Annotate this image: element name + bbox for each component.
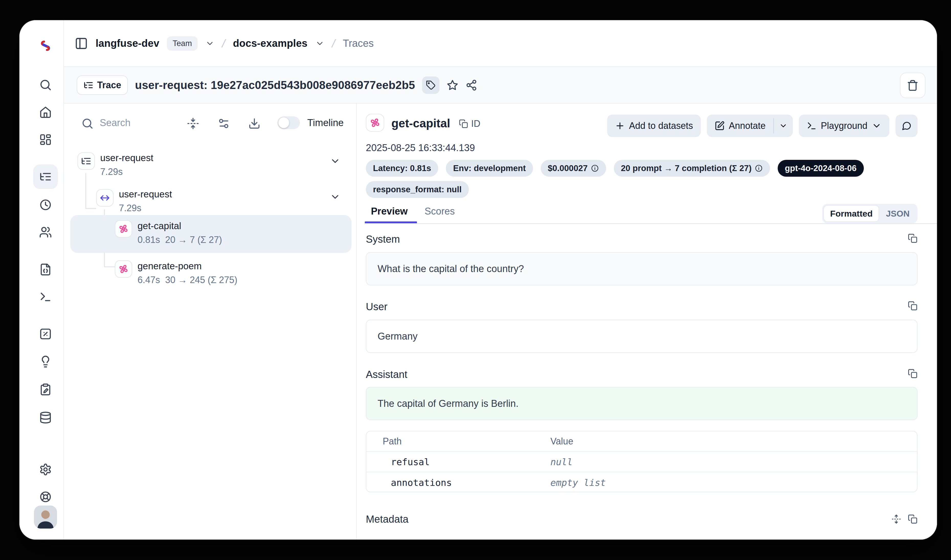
- generation-icon: [118, 223, 129, 234]
- tracing-icon[interactable]: [39, 170, 52, 183]
- evaluation-percent-icon[interactable]: [39, 328, 52, 340]
- settings-gear-icon[interactable]: [39, 463, 52, 476]
- home-icon[interactable]: [39, 106, 52, 118]
- value-cell: empty list: [550, 477, 606, 488]
- metrics-badges-row: Latency: 0.81s Env: development $0.00002…: [366, 160, 864, 177]
- generation-node-icon-badge[interactable]: [115, 260, 132, 278]
- assistant-message-text: The capital of Germany is Berlin.: [378, 398, 519, 409]
- add-to-datasets-label: Add to datasets: [629, 120, 693, 131]
- tokens-badge[interactable]: 20 prompt → 7 completion (Σ 27): [614, 160, 770, 177]
- annotate-split-button: Annotate: [707, 115, 793, 137]
- app-window: langfuse-dev Team / docs-examples / Trac…: [19, 20, 937, 540]
- unfold-vertical-icon[interactable]: [891, 514, 901, 524]
- collapse-chevron-icon[interactable]: [330, 156, 340, 166]
- tokens-value: 20 prompt → 7 completion (Σ 27): [621, 163, 752, 173]
- observation-timestamp: 2025-08-25 16:33:44.139: [366, 142, 475, 154]
- copy-icon[interactable]: [908, 369, 917, 378]
- plus-icon: [615, 121, 625, 131]
- playground-button[interactable]: Playground: [799, 115, 889, 137]
- search-input[interactable]: Search: [100, 117, 130, 128]
- system-heading: System: [366, 234, 400, 245]
- collapse-chevron-icon[interactable]: [330, 192, 340, 202]
- datasets-database-icon[interactable]: [39, 411, 52, 424]
- path-header: Path: [366, 436, 550, 447]
- formatted-option[interactable]: Formatted: [823, 205, 879, 222]
- support-lifebuoy-icon[interactable]: [39, 491, 52, 503]
- trace-title: user-request: 19e27ac025d543b008e9086977…: [135, 79, 415, 92]
- model-badge[interactable]: gpt-4o-2024-08-06: [778, 160, 864, 177]
- span-node-icon-badge[interactable]: [96, 189, 114, 207]
- environment-chevron-down-icon[interactable]: [315, 39, 325, 48]
- tree-item-label[interactable]: user-request: [119, 189, 172, 200]
- cost-badge[interactable]: $0.000027: [541, 160, 606, 177]
- cost-value: $0.000027: [548, 163, 588, 173]
- insights-lightbulb-icon[interactable]: [39, 355, 52, 368]
- table-row: annotations empty list: [366, 472, 917, 492]
- langfuse-logo-icon[interactable]: [38, 39, 53, 52]
- trace-node-icon-badge[interactable]: [77, 152, 95, 170]
- tree-item-duration: 7.29s: [119, 203, 142, 214]
- action-buttons: Add to datasets Annotate Playground: [607, 115, 917, 137]
- trace-badge-label: Trace: [97, 80, 121, 91]
- tree-connector: [85, 173, 86, 209]
- add-to-datasets-button[interactable]: Add to datasets: [607, 115, 701, 137]
- path-cell: annotations: [366, 477, 550, 488]
- tab-preview[interactable]: Preview: [371, 206, 408, 217]
- tree-item-tokens: 20 → 7 (Σ 27): [165, 234, 222, 245]
- sidebar-toggle-icon[interactable]: [75, 37, 88, 50]
- copy-icon[interactable]: [908, 514, 917, 524]
- breadcrumb-project[interactable]: langfuse-dev: [95, 38, 159, 49]
- tree-item-metrics: 6.47s 30 → 245 (Σ 275): [137, 275, 237, 285]
- tag-button[interactable]: [422, 77, 439, 94]
- fold-vertical-icon[interactable]: [187, 117, 199, 130]
- prompts-file-icon[interactable]: [39, 263, 52, 276]
- annotation-clipboard-icon[interactable]: [39, 383, 52, 396]
- table-header-row: Path Value: [366, 431, 917, 452]
- env-badge: Env: development: [446, 160, 533, 177]
- pen-square-icon: [714, 121, 725, 131]
- user-avatar[interactable]: [34, 506, 57, 529]
- comments-button[interactable]: [896, 115, 917, 137]
- params-badges-row: response_format: null: [366, 181, 469, 198]
- path-cell: refusal: [366, 457, 550, 467]
- tree-item-duration: 7.29s: [100, 166, 123, 177]
- tree-item-tokens: 30 → 245 (Σ 275): [165, 275, 237, 285]
- user-message-text: Germany: [378, 331, 417, 342]
- table-row: refusal null: [366, 452, 917, 472]
- dashboard-icon[interactable]: [39, 133, 52, 146]
- breadcrumb-separator: /: [331, 37, 336, 50]
- tag-icon: [426, 80, 435, 90]
- download-icon[interactable]: [248, 117, 260, 130]
- view-settings-icon[interactable]: [217, 117, 230, 130]
- tree-item-label[interactable]: get-capital: [137, 221, 181, 231]
- share-icon[interactable]: [466, 79, 477, 91]
- annotate-dropdown-button[interactable]: [774, 115, 793, 137]
- tab-scores[interactable]: Scores: [425, 206, 455, 217]
- generation-node-icon-badge[interactable]: [115, 220, 132, 238]
- breadcrumb-separator: /: [221, 37, 227, 50]
- copy-icon[interactable]: [908, 234, 917, 243]
- tree-item-label[interactable]: generate-poem: [137, 261, 202, 272]
- search-nav-icon[interactable]: [39, 78, 52, 91]
- list-tree-icon: [83, 80, 94, 90]
- copy-icon[interactable]: [908, 301, 917, 311]
- assistant-heading: Assistant: [366, 369, 407, 380]
- metadata-actions: [891, 514, 917, 524]
- id-copy[interactable]: ID: [459, 118, 480, 129]
- search-icon: [81, 117, 94, 130]
- observation-title: get-capital: [391, 116, 450, 130]
- team-badge: Team: [167, 36, 198, 51]
- annotate-button[interactable]: Annotate: [707, 115, 773, 137]
- timeline-toggle[interactable]: [277, 116, 300, 129]
- bookmark-star-icon[interactable]: [446, 79, 459, 91]
- value-cell: null: [550, 457, 572, 467]
- playground-terminal-icon[interactable]: [39, 291, 52, 303]
- tree-item-label[interactable]: user-request: [100, 153, 153, 163]
- json-option[interactable]: JSON: [879, 209, 916, 218]
- project-chevron-down-icon[interactable]: [205, 39, 214, 48]
- delete-trace-button[interactable]: [900, 72, 925, 98]
- breadcrumb-environment[interactable]: docs-examples: [233, 38, 308, 49]
- latency-badge: Latency: 0.81s: [366, 160, 438, 177]
- sessions-clock-icon[interactable]: [39, 198, 52, 211]
- users-icon[interactable]: [39, 226, 52, 238]
